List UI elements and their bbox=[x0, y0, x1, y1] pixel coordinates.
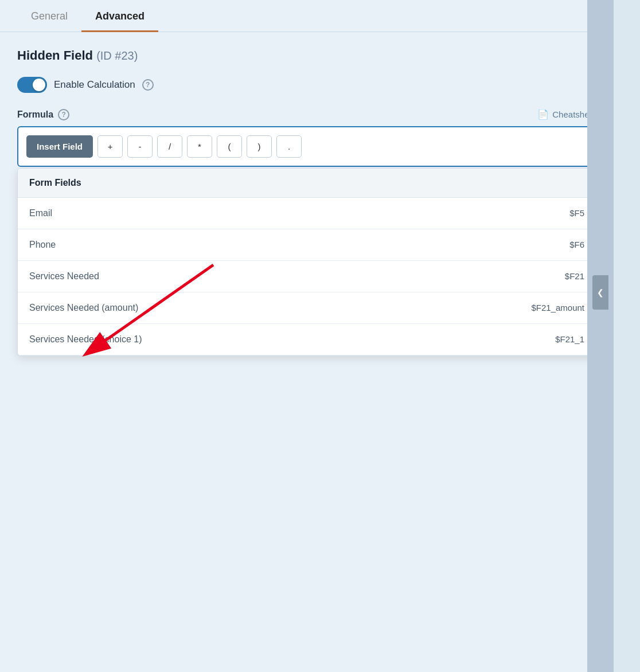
field-code-services-amount: $F21_amount bbox=[531, 303, 584, 312]
tabs-bar: General Advanced bbox=[0, 0, 614, 32]
operator-divide-button[interactable]: / bbox=[157, 135, 182, 158]
field-name-services-amount: Services Needed (amount) bbox=[29, 303, 138, 313]
section-title: Hidden Field (ID #23) bbox=[17, 48, 596, 63]
dropdown-panel: Form Fields Email $F5 Phone $F6 Services… bbox=[17, 168, 596, 356]
operator-close-paren-button[interactable]: ) bbox=[247, 135, 272, 158]
field-item-services-choice1[interactable]: Services Needed (choice 1) $F21_1 bbox=[18, 324, 596, 355]
dropdown-header: Form Fields bbox=[18, 169, 596, 198]
tab-general[interactable]: General bbox=[17, 0, 81, 32]
formula-label: Formula bbox=[17, 110, 53, 120]
formula-row: Formula ? 📄 Cheatsheet bbox=[17, 109, 596, 120]
operator-open-paren-button[interactable]: ( bbox=[217, 135, 242, 158]
field-name-services-choice1: Services Needed (choice 1) bbox=[29, 334, 142, 345]
formula-label-group: Formula ? bbox=[17, 109, 69, 120]
formula-help-icon[interactable]: ? bbox=[58, 109, 69, 120]
main-container: General Advanced Hidden Field (ID #23) E… bbox=[0, 0, 614, 672]
field-name-phone: Phone bbox=[29, 240, 56, 250]
field-name-email: Email bbox=[29, 208, 52, 218]
operator-multiply-button[interactable]: * bbox=[187, 135, 212, 158]
formula-buttons: Insert Field + - / * ( ) . bbox=[26, 135, 587, 158]
field-code-email: $F5 bbox=[569, 208, 584, 218]
enable-calculation-toggle[interactable] bbox=[17, 77, 47, 93]
operator-minus-button[interactable]: - bbox=[127, 135, 153, 158]
field-item-services[interactable]: Services Needed $F21 bbox=[18, 261, 596, 292]
field-code-phone: $F6 bbox=[569, 240, 584, 249]
right-panel: ❮ bbox=[587, 0, 614, 672]
insert-field-button[interactable]: Insert Field bbox=[26, 135, 93, 158]
formula-box: Insert Field + - / * ( ) . bbox=[17, 126, 596, 167]
operator-dot-button[interactable]: . bbox=[276, 135, 302, 158]
toggle-label: Enable Calculation bbox=[54, 79, 135, 91]
enable-calculation-row: Enable Calculation ? bbox=[17, 77, 596, 93]
field-code-services-choice1: $F21_1 bbox=[555, 334, 584, 344]
toggle-help-icon[interactable]: ? bbox=[142, 79, 154, 91]
field-code-services: $F21 bbox=[565, 271, 584, 281]
operator-plus-button[interactable]: + bbox=[97, 135, 123, 158]
collapse-panel-button[interactable]: ❮ bbox=[592, 275, 608, 310]
field-item-phone[interactable]: Phone $F6 bbox=[18, 229, 596, 261]
field-item-email[interactable]: Email $F5 bbox=[18, 198, 596, 229]
field-name-services: Services Needed bbox=[29, 271, 99, 282]
cheatsheet-icon: 📄 bbox=[537, 109, 549, 120]
field-item-services-amount[interactable]: Services Needed (amount) $F21_amount bbox=[18, 292, 596, 324]
field-id: (ID #23) bbox=[96, 49, 138, 62]
tab-advanced[interactable]: Advanced bbox=[81, 0, 158, 32]
content-area: Hidden Field (ID #23) Enable Calculation… bbox=[0, 32, 614, 373]
